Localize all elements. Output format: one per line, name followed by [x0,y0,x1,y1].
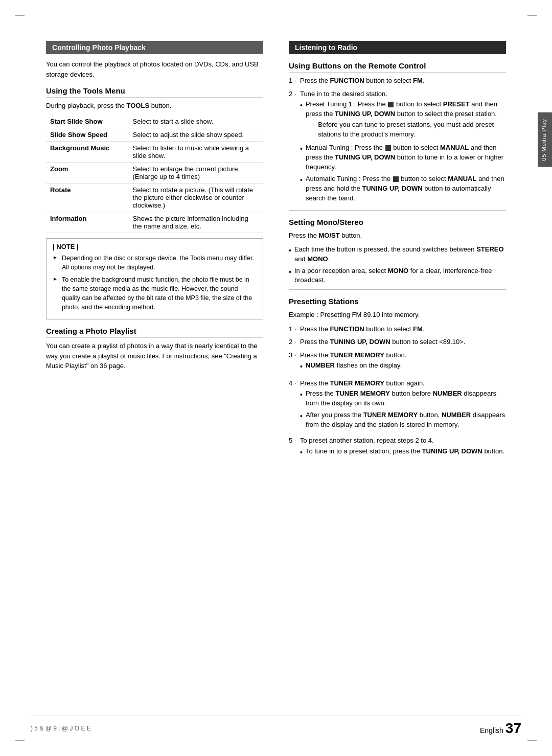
note-item: ►To enable the background music function… [53,275,257,312]
footer: ) 5 & @ 9 : @ J O E E English 37 [31,716,521,737]
sub-bullet-list: -Before you can tune to preset stations,… [313,120,506,140]
divider-1 [289,210,506,211]
bullet-dot: • [300,361,303,372]
bullet-dot: • [300,144,303,154]
tools-table-row: ZoomSelect to enlarge the current pictur… [46,162,263,183]
tools-row-label: Zoom [46,162,129,183]
note-item-text: Depending on the disc or storage device,… [62,254,257,272]
bullet-dot: • [300,175,303,185]
step-number: 4 · [289,378,300,388]
bullet-content: Preset Tuning 1 : Press the button to se… [306,100,506,141]
presetting-steps-list: 1 ·Press the FUNCTION button to select F… [289,324,506,461]
step-text: Press the TUNING UP, DOWN button to sele… [300,338,465,346]
bullet-text: To tune in to a preset station, press th… [306,447,504,456]
bullet-text: In a poor reception area, select MONO fo… [294,266,506,286]
square-icon [385,145,391,151]
bullet-dot: • [300,100,303,110]
bullet-dot: • [289,245,291,256]
step-text: Tune in to the desired station. [300,90,387,98]
step-number: 2 · [289,89,300,99]
mono-stereo-bullet: •In a poor reception area, select MONO f… [289,266,506,286]
bullet-text: NUMBER flashes on the display. [306,361,402,371]
tools-menu-title: Using the Tools Menu [46,86,263,98]
bullet-content: Manual Tuning : Press the button to sele… [306,143,506,172]
note-arrow-icon: ► [53,254,58,262]
note-item: ►Depending on the disc or storage device… [53,254,257,272]
remote-steps-list: 1 ·Press the FUNCTION button to select F… [289,76,506,206]
tools-table-row: Slide Show SpeedSelect to adjust the sli… [46,128,263,141]
bullet-content: Automatic Tuning : Press the button to s… [306,174,506,203]
footer-page-number: English 37 [480,720,521,737]
note-title: | NOTE | [53,243,257,250]
step-content: Press the FUNCTION button to select FM. [300,324,425,334]
step-content: Tune in to the desired station.•Preset T… [300,89,506,207]
tools-table-row: Start Slide ShowSelect to start a slide … [46,115,263,128]
square-icon [393,176,399,182]
tools-table-row: InformationShows the picture information… [46,212,263,233]
bullet-dot: • [300,447,303,457]
corner-mark-bl [15,740,25,741]
note-box: | NOTE | ►Depending on the disc or stora… [46,238,263,320]
bullet-item: •Manual Tuning : Press the button to sel… [300,143,506,172]
step-number: 2 · [289,337,300,347]
playlist-title: Creating a Photo Playlist [46,327,263,338]
step-content: Press the TUNER MEMORY button.•NUMBER fl… [300,350,406,375]
remote-step: 2 ·Tune in to the desired station.•Prese… [289,89,506,207]
english-label: English [480,726,503,735]
presetting-step: 1 ·Press the FUNCTION button to select F… [289,324,506,334]
note-item-text: To enable the background music function,… [62,275,257,312]
playlist-text: You can create a playlist of photos in a… [46,341,263,371]
left-section-header: Controlling Photo Playback [46,41,263,54]
tools-row-label: Background Music [46,141,129,162]
step-content: To preset another station, repeat steps … [300,436,504,461]
note-arrow-icon: ► [53,276,58,283]
tools-table-row: RotateSelect to rotate a picture. (This … [46,183,263,212]
bullet-item: •To tune in to a preset station, press t… [300,447,504,457]
presetting-example: Example : Presetting FM 89.10 into memor… [289,310,506,320]
presetting-step: 5 ·To preset another station, repeat ste… [289,436,506,461]
remote-control-title: Using Buttons on the Remote Control [289,61,506,73]
step-number: 1 · [289,76,300,86]
mono-stereo-bullets: •Each time the button is pressed, the so… [289,245,506,285]
tools-row-label: Information [46,212,129,233]
presetting-step: 4 ·Press the TUNER MEMORY button again.•… [289,378,506,433]
step-bullets: •Press the TUNER MEMORY button before NU… [300,389,506,429]
bullet-text: Each time the button is pressed, the sou… [294,245,506,264]
sub-bullet-dash: - [313,120,315,130]
bullet-text: After you press the TUNER MEMORY button,… [306,410,506,430]
step-text: To preset another station, repeat steps … [300,437,434,444]
step-content: Press the TUNING UP, DOWN button to sele… [300,337,465,347]
step-text: Press the TUNER MEMORY button. [300,351,406,359]
step-number: 5 · [289,436,300,446]
bullet-dot: • [300,390,303,400]
step-number: 3 · [289,350,300,360]
bullet-item: •Automatic Tuning : Press the button to … [300,174,506,203]
presetting-title: Presetting Stations [289,297,506,308]
right-column: Listening to Radio Using Buttons on the … [284,41,506,464]
step-text: Press the FUNCTION button to select FM. [300,77,425,84]
remote-step: 1 ·Press the FUNCTION button to select F… [289,76,506,86]
step-bullets: •To tune in to a preset station, press t… [300,447,504,457]
tools-table-row: Background MusicSelect to listen to musi… [46,141,263,162]
step-content: Press the TUNER MEMORY button again.•Pre… [300,378,506,433]
left-intro: You can control the playback of photos l… [46,59,263,79]
sub-bullet-text: Before you can tune to preset stations, … [318,120,506,140]
presetting-step: 3 ·Press the TUNER MEMORY button.•NUMBER… [289,350,506,375]
mono-stereo-bullet: •Each time the button is pressed, the so… [289,245,506,264]
bullet-text: Press the TUNER MEMORY button before NUM… [306,389,506,408]
mono-stereo-intro: Press the MO/ST button. [289,231,506,241]
page-wrapper: 05 Media Play Controlling Photo Playback… [0,0,552,756]
divider-2 [289,289,506,290]
presetting-step: 2 ·Press the TUNING UP, DOWN button to s… [289,337,506,347]
bullet-item: •Press the TUNER MEMORY button before NU… [300,389,506,408]
tools-row-label: Rotate [46,183,129,212]
side-tab: 05 Media Play [538,112,552,167]
tools-row-label: Start Slide Show [46,115,129,128]
tools-row-desc: Select to start a slide show. [129,115,264,128]
bullet-item: •After you press the TUNER MEMORY button… [300,410,506,430]
step-text: Press the TUNER MEMORY button again. [300,379,425,387]
square-icon [388,102,394,107]
tools-menu-intro: During playback, press the TOOLS button. [46,101,263,111]
page-number: 37 [505,720,521,737]
step-text: Press the FUNCTION button to select FM. [300,325,425,333]
